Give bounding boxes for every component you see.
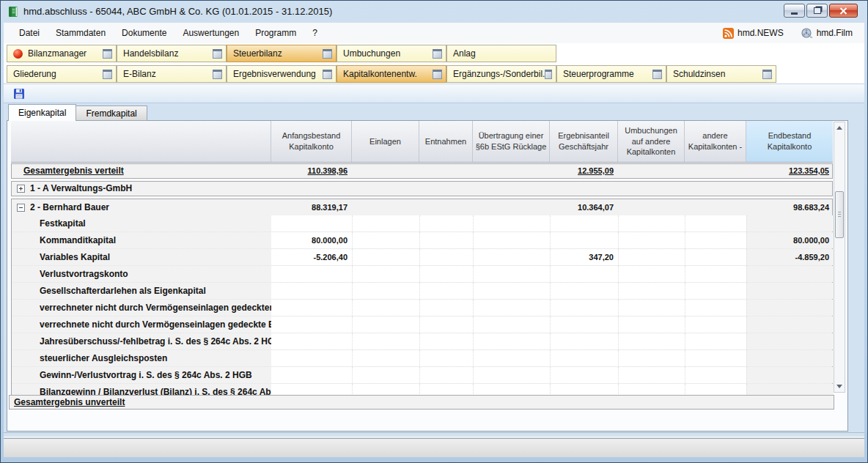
cell-ergebnisanteil[interactable] — [550, 215, 618, 232]
row-gesamtergebnis-unverteilt[interactable]: Gesamtergebnis unverteilt — [9, 395, 834, 410]
table-row[interactable]: Variables Kapital -5.206,40 347,20 -4.85… — [12, 249, 832, 266]
tab-e-bilanz[interactable]: E-Bilanz — [117, 65, 227, 83]
hmd-news-link[interactable]: hmd.NEWS — [723, 28, 784, 39]
cell-anfangsbestand[interactable] — [271, 215, 352, 232]
cell-uebertragung[interactable] — [473, 283, 550, 299]
cell-entnahmen[interactable] — [419, 283, 473, 299]
row-verwaltungs-gmbh[interactable]: 1 - A Verwaltungs-GmbH — [11, 181, 833, 196]
cell-uebertragung[interactable] — [473, 232, 550, 248]
cell-umbuchungen[interactable] — [618, 232, 685, 248]
cell-andere[interactable] — [685, 232, 746, 248]
tab-umbuchungen[interactable]: Umbuchungen — [336, 45, 446, 62]
cell-uebertragung[interactable] — [473, 215, 550, 232]
cell-ergebnisanteil[interactable] — [550, 300, 618, 316]
minimize-button[interactable] — [784, 4, 805, 18]
cell-umbuchungen[interactable] — [618, 283, 685, 299]
collapse-icon[interactable] — [17, 204, 25, 212]
cell-andere[interactable] — [685, 266, 746, 282]
menu-item[interactable]: Programm — [247, 23, 304, 43]
expand-icon[interactable] — [17, 185, 25, 193]
scrollbar-thumb[interactable] — [835, 191, 844, 238]
cell-einlagen[interactable] — [352, 300, 419, 316]
cell-umbuchungen[interactable] — [618, 350, 685, 366]
cell-anfangsbestand[interactable] — [271, 316, 352, 333]
row-gesamtergebnis-verteilt[interactable]: Gesamtergebnis verteilt 110.398,96 12.95… — [11, 163, 833, 179]
cell-uebertragung[interactable] — [473, 333, 550, 349]
cell-anfangsbestand[interactable] — [271, 367, 352, 383]
cell-andere[interactable] — [685, 283, 746, 299]
title-bar[interactable]: hmd.abschluss - 65044, ABC GmbH & Co. KG… — [1, 1, 867, 23]
tab-gliederung[interactable]: Gliederung — [7, 65, 117, 83]
hmd-film-link[interactable]: hmd.Film — [801, 28, 853, 39]
cell-entnahmen[interactable] — [419, 300, 473, 316]
save-button[interactable] — [10, 85, 28, 102]
cell-andere[interactable] — [685, 300, 746, 316]
cell-uebertragung[interactable] — [473, 249, 550, 265]
table-row[interactable]: verrechnete nicht durch Vermögenseinlage… — [12, 316, 832, 333]
tab-ergebnisverwendung[interactable]: Ergebnisverwendung — [227, 65, 336, 83]
tab-schuldzinsen[interactable]: Schuldzinsen — [666, 65, 776, 83]
cell-andere[interactable] — [685, 249, 746, 265]
tab-bilanzmanager[interactable]: Bilanzmanager — [7, 45, 117, 62]
cell-uebertragung[interactable] — [473, 266, 550, 282]
menu-item[interactable]: ? — [304, 23, 326, 43]
restore-button[interactable] — [806, 4, 828, 18]
tab-anlag[interactable]: Anlag — [446, 45, 556, 62]
menu-item[interactable]: Stammdaten — [48, 23, 114, 43]
cell-andere[interactable] — [685, 333, 746, 349]
cell-entnahmen[interactable] — [419, 215, 473, 232]
cell-uebertragung[interactable] — [473, 316, 550, 333]
cell-ergebnisanteil[interactable] — [550, 232, 618, 248]
cell-umbuchungen[interactable] — [618, 249, 685, 265]
table-row[interactable]: Jahresüberschuss/-fehlbetrag i. S. des §… — [12, 333, 832, 350]
cell-einlagen[interactable] — [352, 266, 419, 282]
cell-ergebnisanteil[interactable] — [550, 266, 618, 282]
cell-uebertragung[interactable] — [473, 300, 550, 316]
cell-ergebnisanteil[interactable] — [550, 333, 618, 349]
cell-entnahmen[interactable] — [419, 266, 473, 282]
scroll-up-button[interactable] — [834, 122, 845, 133]
cell-andere[interactable] — [685, 350, 746, 366]
table-row[interactable]: Festkapital — [12, 215, 832, 232]
cell-ergebnisanteil[interactable] — [550, 350, 618, 366]
cell-anfangsbestand[interactable]: 80.000,00 — [271, 232, 352, 248]
scroll-down-button[interactable] — [834, 381, 845, 392]
cell-umbuchungen[interactable] — [618, 367, 685, 383]
cell-entnahmen[interactable] — [419, 333, 473, 349]
table-row[interactable]: Kommanditkapital 80.000,00 80.000,00 — [12, 232, 832, 249]
cell-einlagen[interactable] — [352, 283, 419, 299]
cell-umbuchungen[interactable] — [618, 215, 685, 232]
cell-anfangsbestand[interactable] — [271, 300, 352, 316]
cell-andere[interactable] — [685, 367, 746, 383]
cell-entnahmen[interactable] — [419, 232, 473, 248]
tab-steuerprogramme[interactable]: Steuerprogramme — [556, 65, 666, 83]
cell-andere[interactable] — [685, 316, 746, 333]
tab-fremdkapital[interactable]: Fremdkapital — [76, 105, 147, 121]
cell-einlagen[interactable] — [352, 232, 419, 248]
cell-ergebnisanteil[interactable]: 347,20 — [550, 249, 618, 265]
cell-entnahmen[interactable] — [419, 350, 473, 366]
cell-umbuchungen[interactable] — [618, 266, 685, 282]
table-row[interactable]: Gewinn-/Verlustvortrag i. S. des § 264c … — [12, 367, 832, 384]
cell-uebertragung[interactable] — [473, 350, 550, 366]
tab-eigenkapital[interactable]: Eigenkapital — [8, 104, 76, 121]
menu-item[interactable]: Auswertungen — [174, 23, 247, 43]
table-row[interactable]: Gesellschafterdarlehen als Eigenkapital — [12, 283, 832, 300]
table-row[interactable]: verrechneter nicht durch Vermögenseinlag… — [12, 300, 832, 316]
tab-handelsbilanz[interactable]: Handelsbilanz — [117, 45, 227, 62]
cell-einlagen[interactable] — [352, 367, 419, 383]
vertical-scrollbar[interactable] — [834, 122, 845, 393]
table-row[interactable]: steuerlicher Ausgleichsposten — [12, 350, 832, 367]
row-bernhard-bauer[interactable]: 2 - Bernhard Bauer 88.319,17 10.364,07 9… — [12, 199, 832, 215]
menu-item[interactable]: Datei — [11, 23, 48, 43]
cell-entnahmen[interactable] — [419, 367, 473, 383]
cell-anfangsbestand[interactable] — [271, 333, 352, 349]
tab-ergaenzungs-sonderbil[interactable]: Ergänzungs-/Sonderbil. — [446, 65, 556, 83]
cell-umbuchungen[interactable] — [618, 316, 685, 333]
cell-andere[interactable] — [685, 215, 746, 232]
cell-einlagen[interactable] — [352, 350, 419, 366]
cell-einlagen[interactable] — [352, 215, 419, 232]
cell-anfangsbestand[interactable] — [271, 283, 352, 299]
cell-ergebnisanteil[interactable] — [550, 316, 618, 333]
table-row[interactable]: Verlustvortragskonto — [12, 266, 832, 283]
